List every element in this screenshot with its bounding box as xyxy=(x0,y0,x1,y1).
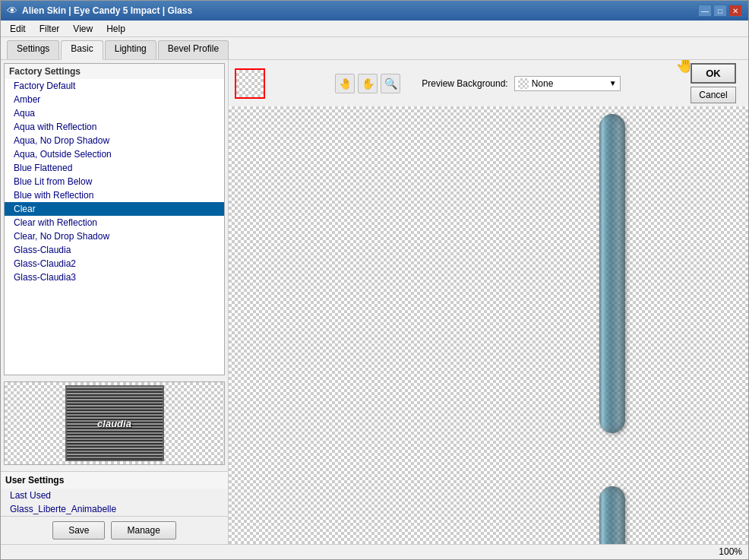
tabs-bar: Settings Basic Lighting Bevel Profile xyxy=(1,37,748,60)
preset-blue-flattened[interactable]: Blue Flattened xyxy=(5,161,224,175)
thumbnail-text: claudia xyxy=(97,418,131,429)
user-settings-header: User Settings xyxy=(1,472,228,489)
close-button[interactable]: ✕ xyxy=(728,5,742,17)
preset-glass-claudia[interactable]: Glass-Claudia xyxy=(5,243,224,257)
ok-button[interactable]: OK xyxy=(691,63,736,84)
cylinder-1-body xyxy=(599,114,625,433)
preset-clear-reflection[interactable]: Clear with Reflection xyxy=(5,216,224,229)
user-settings-section: User Settings Last Used Glass_Liberte_An… xyxy=(1,471,228,516)
preset-factory-default[interactable]: Factory Default xyxy=(5,79,224,93)
manage-button[interactable]: Manage xyxy=(111,521,175,539)
maximize-button[interactable]: □ xyxy=(713,5,727,17)
preview-area xyxy=(229,106,748,544)
main-content: Factory Settings Factory Default Amber A… xyxy=(1,60,748,544)
preset-aqua-reflection[interactable]: Aqua with Reflection xyxy=(5,120,224,134)
zoom-level: 100% xyxy=(719,546,742,558)
dropdown-arrow-icon: ▼ xyxy=(609,79,617,87)
small-preview xyxy=(235,68,265,99)
preset-thumbnail: claudia xyxy=(4,381,225,465)
window-title: Alien Skin | Eye Candy 5 Impact | Glass xyxy=(22,5,192,16)
preview-bg-row: Preview Background: None ▼ xyxy=(422,76,620,91)
user-last-used[interactable]: Last Used xyxy=(1,489,228,502)
bottom-buttons: Save Manage xyxy=(1,516,228,544)
preview-bg-dropdown[interactable]: None ▼ xyxy=(514,76,621,91)
grab-icon: ✋ xyxy=(362,78,374,90)
tab-basic[interactable]: Basic xyxy=(61,40,103,60)
bg-color-swatch xyxy=(518,78,529,89)
main-window: 👁 Alien Skin | Eye Candy 5 Impact | Glas… xyxy=(0,0,749,560)
preset-blue-reflection[interactable]: Blue with Reflection xyxy=(5,188,224,202)
action-icons: 🤚 ✋ 🔍 xyxy=(335,74,400,93)
ok-cancel-buttons: 🤚 OK Cancel xyxy=(691,63,736,103)
tab-bevel-profile[interactable]: Bevel Profile xyxy=(158,40,229,59)
menu-help[interactable]: Help xyxy=(100,22,131,35)
preset-blue-lit[interactable]: Blue Lit from Below xyxy=(5,175,224,188)
preset-aqua[interactable]: Aqua xyxy=(5,106,224,120)
presets-list[interactable]: Factory Settings Factory Default Amber A… xyxy=(4,63,225,375)
factory-settings-header: Factory Settings xyxy=(5,64,224,79)
preset-clear[interactable]: Clear xyxy=(5,202,224,216)
status-bar: 100% xyxy=(1,544,748,559)
move-tool-button[interactable]: ✋ xyxy=(358,74,378,93)
preset-glass-claudia2[interactable]: Glass-Claudia2 xyxy=(5,257,224,271)
cylinder-1 xyxy=(599,114,625,433)
right-panel: 🤚 ✋ 🔍 Preview Background: None ▼ xyxy=(229,60,748,544)
save-button[interactable]: Save xyxy=(52,521,105,539)
cylinder-3 xyxy=(599,486,625,544)
tab-settings[interactable]: Settings xyxy=(7,40,59,59)
preview-bg-label: Preview Background: xyxy=(422,78,507,89)
preset-glass-claudia3[interactable]: Glass-Claudia3 xyxy=(5,271,224,284)
preset-aqua-no-drop[interactable]: Aqua, No Drop Shadow xyxy=(5,134,224,147)
title-bar: 👁 Alien Skin | Eye Candy 5 Impact | Glas… xyxy=(1,1,748,21)
pan-tool-button[interactable]: 🤚 xyxy=(335,74,355,93)
cylinder-3-body xyxy=(599,486,625,544)
thumbnail-image: claudia xyxy=(65,385,164,461)
left-panel: Factory Settings Factory Default Amber A… xyxy=(1,60,229,544)
menu-bar: Edit Filter View Help xyxy=(1,21,748,37)
preset-amber[interactable]: Amber xyxy=(5,93,224,106)
menu-edit[interactable]: Edit xyxy=(4,22,32,35)
preset-clear-no-drop[interactable]: Clear, No Drop Shadow xyxy=(5,229,224,243)
app-icon: 👁 xyxy=(7,5,17,17)
preview-bg-selected: None xyxy=(532,78,609,89)
top-right-area: 🤚 ✋ 🔍 Preview Background: None ▼ xyxy=(229,60,748,106)
user-glass-liberte[interactable]: Glass_Liberte_Animabelle xyxy=(1,502,228,516)
menu-view[interactable]: View xyxy=(67,22,99,35)
cancel-button[interactable]: Cancel xyxy=(691,87,736,103)
menu-filter[interactable]: Filter xyxy=(33,22,66,35)
hand-icon: 🤚 xyxy=(339,78,352,90)
minimize-button[interactable]: — xyxy=(698,5,712,17)
zoom-icon: 🔍 xyxy=(384,78,397,90)
presets-area: Factory Settings Factory Default Amber A… xyxy=(1,60,228,468)
zoom-tool-button[interactable]: 🔍 xyxy=(381,74,400,93)
tab-lighting[interactable]: Lighting xyxy=(105,40,156,59)
preset-aqua-outside[interactable]: Aqua, Outside Selection xyxy=(5,147,224,161)
